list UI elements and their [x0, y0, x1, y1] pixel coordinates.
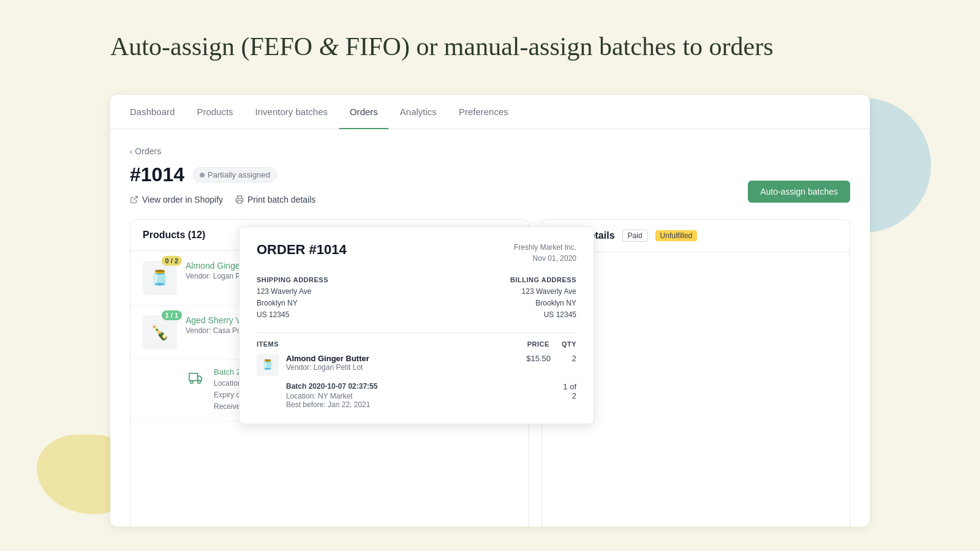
- receipt-billing-label: BILLING ADDRESS: [417, 276, 576, 283]
- svg-rect-0: [238, 200, 242, 203]
- nav-item-analytics[interactable]: Analytics: [389, 95, 448, 129]
- products-title: Products (12): [143, 230, 205, 240]
- nav-item-preferences[interactable]: Preferences: [448, 95, 519, 129]
- breadcrumb[interactable]: ‹ Orders: [130, 146, 850, 156]
- status-dot-icon: [200, 173, 205, 178]
- breadcrumb-label: Orders: [135, 146, 161, 156]
- receipt-batch-info: Batch 2020-10-07 02:37:55 Location: NY M…: [286, 382, 377, 409]
- receipt-shipping-label: SHIPPING ADDRESS: [257, 276, 417, 283]
- product-image-almond-ginger: 🫙: [143, 261, 177, 295]
- receipt-batch-best-before: Best before: Jan 22, 2021: [286, 400, 377, 409]
- batch-icon: [186, 369, 205, 388]
- qty-badge-aged-sherry: 1 / 1: [162, 310, 182, 320]
- receipt-price-label: PRICE: [527, 340, 549, 348]
- receipt-qty-label: QTY: [562, 340, 576, 348]
- receipt-shipping-address: SHIPPING ADDRESS 123 Waverly AveBrooklyn…: [257, 276, 417, 321]
- receipt-item-vendor: Vendor: Logan Petit Lot: [286, 363, 507, 372]
- breadcrumb-arrow-icon: ‹: [130, 147, 132, 156]
- nav-item-inventory-batches[interactable]: Inventory batches: [244, 95, 339, 129]
- receipt-item-qty: 2: [558, 354, 576, 363]
- receipt-batch-name: Batch 2020-10-07 02:37:55: [286, 382, 377, 391]
- product-img-wrap-sherry: 🍾 1 / 1: [143, 315, 177, 350]
- receipt-header: ORDER #1014 Freshly Market Inc. Nov 01, …: [257, 242, 576, 264]
- receipt-item-name: Almond Ginger Butter: [286, 354, 507, 363]
- order-number: #1014: [130, 163, 184, 186]
- product-img-wrap: 🫙 0 / 2: [143, 261, 177, 295]
- receipt-line-item: 🫙 Almond Ginger Butter Vendor: Logan Pet…: [257, 354, 576, 376]
- product-image-aged-sherry: 🍾: [143, 315, 177, 350]
- receipt-items-label: ITEMS: [257, 340, 279, 348]
- receipt-shipping-text: 123 Waverly AveBrooklyn NYUS 12345: [257, 286, 417, 321]
- svg-point-3: [190, 381, 194, 384]
- receipt-item-image: 🫙: [257, 354, 279, 376]
- receipt-items-header: ITEMS PRICE QTY: [257, 332, 576, 348]
- receipt-billing-address: BILLING ADDRESS 123 Waverly AveBrooklyn …: [417, 276, 576, 321]
- external-link-icon: [130, 195, 138, 204]
- svg-point-4: [198, 381, 201, 384]
- nav-item-orders[interactable]: Orders: [339, 95, 389, 129]
- nav-item-products[interactable]: Products: [186, 95, 244, 129]
- receipt-company: Freshly Market Inc. Nov 01, 2020: [514, 242, 576, 264]
- qty-badge-almond-ginger: 0 / 2: [162, 256, 182, 266]
- receipt-overlay: ORDER #1014 Freshly Market Inc. Nov 01, …: [239, 227, 594, 424]
- view-shopify-link[interactable]: View order in Shopify: [130, 195, 223, 204]
- nav-bar: Dashboard Products Inventory batches Ord…: [110, 95, 870, 129]
- receipt-item-price: $15.50: [514, 354, 551, 363]
- batch-truck-icon: [189, 372, 202, 385]
- action-row: View order in Shopify Print batch detail…: [130, 195, 850, 204]
- status-label: Partially assigned: [208, 170, 270, 179]
- receipt-batch-row: Batch 2020-10-07 02:37:55 Location: NY M…: [286, 382, 576, 409]
- receipt-billing-text: 123 Waverly AveBrooklyn NYUS 12345: [417, 286, 576, 321]
- badge-unfulfilled: Unfulfilled: [655, 230, 698, 241]
- svg-marker-2: [198, 376, 202, 380]
- order-header: #1014 Partially assigned: [130, 163, 850, 186]
- receipt-batch-qty: 1 of 2: [558, 382, 576, 409]
- badge-paid: Paid: [622, 230, 648, 242]
- auto-assign-button[interactable]: Auto-assign batches: [748, 181, 850, 203]
- print-batch-link[interactable]: Print batch details: [235, 195, 315, 204]
- receipt-order-number: ORDER #1014: [257, 242, 347, 258]
- print-icon: [235, 195, 244, 204]
- status-badge: Partially assigned: [193, 167, 277, 182]
- svg-rect-1: [189, 373, 198, 381]
- receipt-batch-location: Location: NY Market: [286, 392, 377, 400]
- nav-item-dashboard[interactable]: Dashboard: [130, 95, 186, 129]
- receipt-item-info: Almond Ginger Butter Vendor: Logan Petit…: [286, 354, 507, 372]
- receipt-addresses: SHIPPING ADDRESS 123 Waverly AveBrooklyn…: [257, 276, 576, 321]
- page-heading: Auto-assign (FEFO & FIFO) or manual-assi…: [110, 32, 774, 61]
